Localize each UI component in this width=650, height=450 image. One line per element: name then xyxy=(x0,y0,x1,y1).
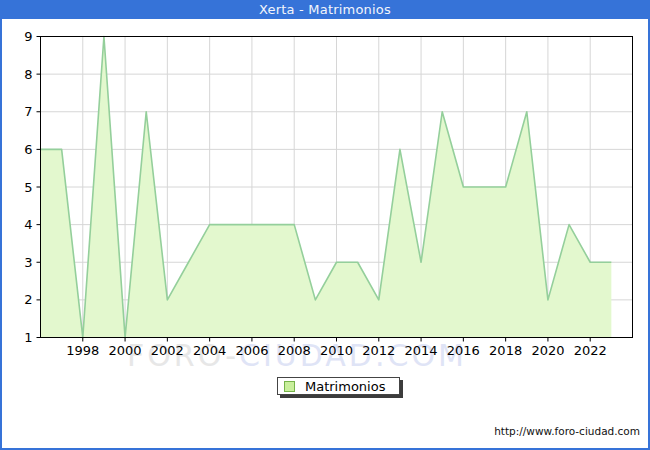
legend-label: Matrimonios xyxy=(305,380,385,393)
legend: Matrimonios xyxy=(277,377,400,395)
svg-text:2: 2 xyxy=(24,292,32,307)
svg-text:9: 9 xyxy=(24,29,32,44)
svg-text:3: 3 xyxy=(24,255,32,270)
svg-text:5: 5 xyxy=(24,180,32,195)
y-axis: 123456789 xyxy=(24,29,40,345)
svg-text:2022: 2022 xyxy=(574,343,607,358)
source-url: http://www.foro-ciudad.com xyxy=(494,425,640,437)
svg-text:2010: 2010 xyxy=(320,343,353,358)
x-axis: 1998200020022004200620082010201220142016… xyxy=(66,338,607,358)
svg-text:1998: 1998 xyxy=(66,343,99,358)
svg-text:2020: 2020 xyxy=(531,343,564,358)
svg-text:2012: 2012 xyxy=(362,343,395,358)
chart-window: Xerta - Matrimonios FORO-CIUDAD.COM 1998… xyxy=(0,0,650,450)
svg-text:2004: 2004 xyxy=(193,343,226,358)
legend-swatch-icon xyxy=(284,381,295,392)
svg-text:6: 6 xyxy=(24,142,32,157)
svg-text:2002: 2002 xyxy=(151,343,184,358)
svg-text:1: 1 xyxy=(24,330,32,345)
svg-text:2014: 2014 xyxy=(405,343,438,358)
svg-text:2018: 2018 xyxy=(489,343,522,358)
svg-text:2000: 2000 xyxy=(109,343,142,358)
svg-text:2006: 2006 xyxy=(235,343,268,358)
svg-text:8: 8 xyxy=(24,67,32,82)
svg-text:7: 7 xyxy=(24,104,32,119)
svg-text:2016: 2016 xyxy=(447,343,480,358)
svg-text:2008: 2008 xyxy=(278,343,311,358)
svg-text:4: 4 xyxy=(24,217,32,232)
